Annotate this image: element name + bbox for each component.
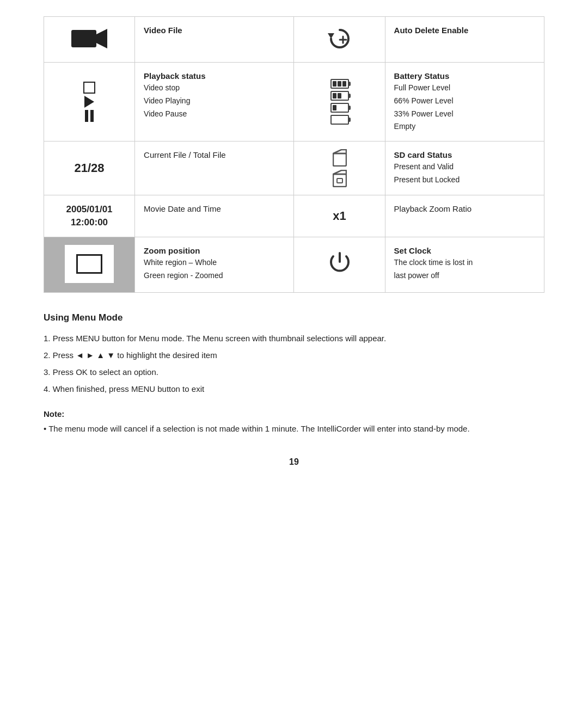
full-power-line: Full Power Level (394, 82, 535, 95)
sdcard-valid-icon (333, 149, 347, 167)
auto-delete-label-cell: Auto Delete Enable (385, 17, 544, 63)
set-clock-title: Set Clock (394, 246, 535, 255)
current-file-label: Current File / Total File (144, 150, 285, 159)
playback-status-cell: Playback status Video stop Video Playing… (135, 63, 294, 141)
zoom-x1-label: x1 (333, 209, 346, 223)
status-table: Video File Auto Delete Enable (44, 16, 544, 293)
zoom-position-lines: White region – Whole Green region - Zoom… (144, 256, 285, 282)
set-clock-line2: last power off (394, 269, 535, 282)
video-camera-icon-cell (44, 17, 135, 63)
date-time-cell: 2005/01/01 12:00:00 (44, 195, 135, 237)
battery-66-icon (330, 91, 349, 101)
step-2: 2. Press ◄ ► ▲ ▼ to highlight the desire… (44, 348, 544, 362)
svg-rect-7 (333, 174, 346, 187)
auto-delete-icon (327, 26, 353, 52)
set-clock-lines: The clock time is lost in last power off (394, 256, 535, 282)
zoom-position-title: Zoom position (144, 246, 285, 255)
menu-mode-section: Using Menu Mode 1. Press MENU button for… (44, 312, 544, 436)
battery-icons-cell (294, 63, 385, 141)
green-region-line: Green region - Zoomed (144, 269, 285, 282)
svg-marker-1 (96, 29, 107, 48)
sdcard-status-cell: SD card Status Present and Valid Present… (385, 141, 544, 195)
white-region-line: White region – Whole (144, 256, 285, 269)
battery-seg-empty (342, 93, 346, 99)
zoom-ratio-icon-cell: x1 (294, 195, 385, 237)
movie-datetime-label-cell: Movie Date and Time (135, 195, 294, 237)
svg-rect-9 (337, 179, 342, 183)
33-power-line: 33% Power Level (394, 108, 535, 121)
battery-seg (333, 93, 336, 99)
step-4: 4. When finished, press MENU button to e… (44, 382, 544, 396)
table-row: Playback status Video stop Video Playing… (44, 63, 544, 141)
video-playing-line: Video Playing (144, 95, 285, 108)
playback-zoom-label-cell: Playback Zoom Ratio (385, 195, 544, 237)
note-text: • The menu mode will cancel if a selecti… (44, 422, 544, 436)
video-pause-line: Video Pause (144, 108, 285, 121)
note-title: Note: (44, 409, 544, 419)
video-file-label: Video File (144, 26, 285, 35)
auto-delete-icon-cell (294, 17, 385, 63)
step-3: 3. Press OK to select an option. (44, 365, 544, 379)
camera-icon (70, 24, 108, 53)
battery-status-cell: Battery Status Full Power Level 66% Powe… (385, 63, 544, 141)
playback-icons (53, 82, 126, 122)
menu-mode-title: Using Menu Mode (44, 312, 544, 323)
stop-icon (83, 82, 95, 94)
counter-cell: 21/28 (44, 141, 135, 195)
playback-zoom-label: Playback Zoom Ratio (394, 204, 535, 213)
battery-seg-empty (333, 117, 336, 122)
battery-seg (333, 81, 336, 87)
table-row: Video File Auto Delete Enable (44, 17, 544, 63)
playback-status-title: Playback status (144, 71, 285, 81)
sdcard-icons (303, 149, 376, 187)
playback-status-lines: Video stop Video Playing Video Pause (144, 82, 285, 120)
battery-empty-icon (330, 115, 349, 125)
battery-seg-empty (338, 105, 341, 110)
current-file-label-cell: Current File / Total File (135, 141, 294, 195)
battery-seg (333, 105, 336, 110)
video-file-label-cell: Video File (135, 17, 294, 63)
svg-marker-6 (333, 150, 346, 153)
svg-rect-5 (333, 153, 346, 166)
battery-33-icon (330, 103, 349, 113)
set-clock-icon-cell (294, 237, 385, 292)
battery-icons (303, 79, 376, 125)
movie-date: 2005/01/01 12:00:00 (53, 203, 126, 229)
svg-marker-8 (333, 170, 346, 174)
pause-bar-right (90, 110, 94, 122)
playback-icons-cell (44, 63, 135, 141)
page-number: 19 (44, 457, 544, 467)
battery-seg (342, 81, 346, 87)
play-icon (84, 96, 94, 108)
battery-status-lines: Full Power Level 66% Power Level 33% Pow… (394, 82, 535, 133)
battery-seg-empty (338, 117, 341, 122)
zoom-inner-region (76, 254, 102, 274)
table-row: 2005/01/01 12:00:00 Movie Date and Time … (44, 195, 544, 237)
movie-datetime-label: Movie Date and Time (144, 204, 285, 213)
table-row: Zoom position White region – Whole Green… (44, 237, 544, 292)
video-stop-line: Video stop (144, 82, 285, 95)
sdcard-locked-icon (333, 170, 347, 187)
file-counter: 21/28 (75, 161, 105, 175)
set-clock-cell: Set Clock The clock time is lost in last… (385, 237, 544, 292)
sdcard-icons-cell (294, 141, 385, 195)
battery-seg (338, 81, 341, 87)
set-clock-line1: The clock time is lost in (394, 256, 535, 269)
instructions: 1. Press MENU button for Menu mode. The … (44, 331, 544, 396)
battery-full-icon (330, 79, 349, 89)
zoom-diagram-cell (44, 237, 135, 292)
sdcard-status-lines: Present and Valid Present but Locked (394, 161, 535, 187)
svg-rect-0 (71, 30, 96, 47)
sdcard-locked-line: Present but Locked (394, 174, 535, 187)
battery-seg-empty (342, 105, 346, 110)
sdcard-status-title: SD card Status (394, 150, 535, 159)
sdcard-valid-line: Present and Valid (394, 161, 535, 174)
empty-power-line: Empty (394, 120, 535, 133)
svg-marker-2 (328, 33, 334, 39)
66-power-line: 66% Power Level (394, 95, 535, 108)
pause-bar-left (85, 110, 88, 122)
power-icon (326, 250, 354, 278)
auto-delete-label: Auto Delete Enable (394, 26, 535, 35)
battery-seg (338, 93, 341, 99)
pause-icon (85, 110, 94, 122)
